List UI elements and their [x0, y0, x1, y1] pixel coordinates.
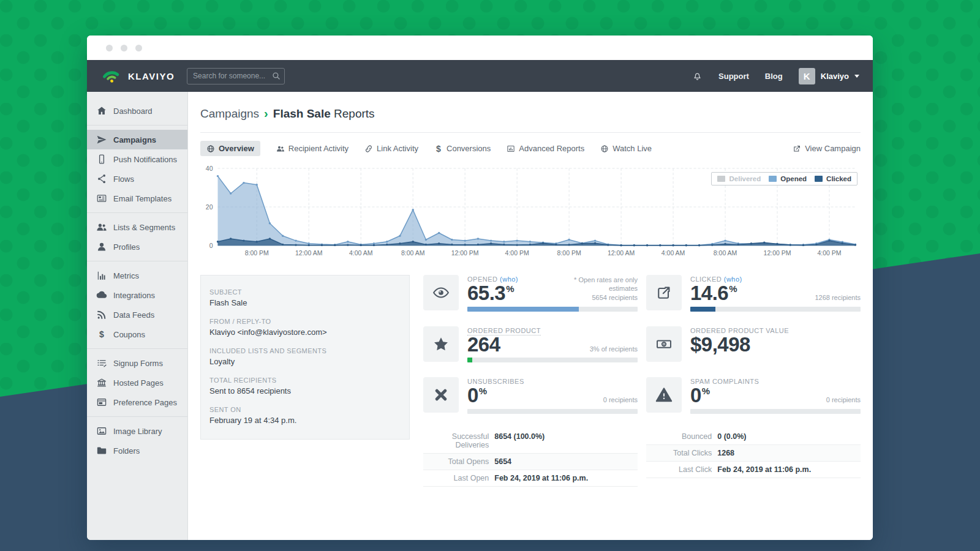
breadcrumb: Campaigns › Flash Sale Reports	[200, 92, 861, 133]
globe-icon	[600, 144, 609, 153]
table-row: Bounced 0 (0.0%)	[646, 429, 861, 445]
view-campaign-link[interactable]: View Campaign	[793, 144, 861, 153]
sidebar-item-label: Profiles	[113, 242, 140, 252]
tab-label: Overview	[219, 144, 254, 153]
notifications-bell-icon[interactable]	[692, 71, 703, 81]
search-input[interactable]	[187, 68, 285, 84]
sidebar-item-label: Folders	[113, 446, 140, 455]
image-icon	[96, 425, 107, 437]
info-lists-segments: INCLUDED LISTS AND SEGMENTS Loyalty	[209, 347, 401, 366]
folder-icon	[96, 445, 107, 456]
dollar-icon: $	[434, 144, 443, 153]
info-from-reply-to: FROM / REPLY-TO Klaviyo <info@klaviyosto…	[209, 318, 401, 337]
stat-card-unsubscribes: UNSUBSCRIBES 0% 0 recipients	[423, 377, 638, 414]
sidebar-item-push-notifications[interactable]: Push Notifications	[87, 149, 187, 169]
svg-text:4:00 AM: 4:00 AM	[349, 249, 373, 257]
newspaper-icon	[96, 193, 107, 204]
svg-text:40: 40	[206, 165, 213, 172]
window-control-dot[interactable]	[135, 45, 142, 51]
svg-text:0: 0	[209, 242, 213, 249]
stat-recipients: 0 recipients	[603, 396, 638, 403]
summary-value: Feb 24, 2019 at 11:06 p.m.	[494, 474, 588, 482]
sidebar-item-flows[interactable]: Flows	[87, 169, 187, 189]
page-type-label: Reports	[334, 107, 375, 120]
svg-text:8:00 AM: 8:00 AM	[401, 249, 425, 257]
external-link-icon	[646, 275, 682, 310]
view-campaign-label: View Campaign	[805, 144, 861, 153]
sidebar-item-data-feeds[interactable]: Data Feeds	[87, 305, 187, 324]
table-row: Last Click Feb 24, 2019 at 11:06 p.m.	[646, 462, 861, 478]
sidebar-item-campaigns[interactable]: Campaigns	[87, 130, 187, 149]
nav-link-support[interactable]: Support	[718, 72, 749, 81]
account-menu[interactable]: K Klaviyo	[799, 68, 859, 84]
legend-label: Clicked	[826, 175, 851, 182]
info-value: Loyalty	[209, 357, 401, 366]
sidebar-item-email-templates[interactable]: Email Templates	[87, 189, 187, 208]
window-control-dot[interactable]	[121, 45, 127, 51]
info-total-recipients: TOTAL RECIPIENTS Sent to 8654 recipients	[209, 377, 401, 395]
tab-link-activity[interactable]: Link Activity	[364, 144, 418, 153]
sidebar-item-preference-pages[interactable]: Preference Pages	[87, 392, 187, 412]
tab-conversions[interactable]: $ Conversions	[434, 144, 491, 153]
tab-label: Advanced Reports	[519, 144, 584, 153]
paper-plane-icon	[96, 134, 107, 145]
svg-text:4:00 PM: 4:00 PM	[505, 249, 529, 257]
legend-swatch-delivered	[717, 176, 725, 182]
nav-link-blog[interactable]: Blog	[765, 72, 783, 81]
klaviyo-brand[interactable]: KLAVIYO	[100, 67, 175, 86]
legend-label: Opened	[780, 175, 807, 182]
user-icon	[96, 241, 107, 252]
main-content: Campaigns › Flash Sale Reports Overview	[188, 92, 873, 540]
sidebar-item-label: Integrations	[113, 291, 155, 300]
flow-nodes-icon	[96, 173, 107, 184]
info-label: TOTAL RECIPIENTS	[209, 377, 401, 384]
mobile-phone-icon	[96, 154, 107, 165]
summary-value: 0 (0.0%)	[717, 432, 746, 441]
table-row: Total Opens 5654	[423, 454, 638, 470]
sidebar-item-lists-segments[interactable]: Lists & Segments	[87, 217, 187, 237]
summary-left-table: Successful Deliveries 8654 (100.0%) Tota…	[423, 429, 638, 487]
brand-name: KLAVIYO	[128, 71, 175, 81]
legend-label: Delivered	[729, 175, 761, 182]
chart-box-icon	[507, 144, 515, 153]
window-control-dot[interactable]	[106, 45, 113, 51]
link-icon	[364, 144, 373, 153]
sidebar-item-hosted-pages[interactable]: Hosted Pages	[87, 373, 187, 392]
chevron-right-icon: ›	[264, 107, 268, 121]
search-icon[interactable]	[272, 72, 281, 83]
window-titlebar	[87, 36, 873, 60]
global-search	[187, 68, 285, 84]
info-value: February 19 at 4:34 p.m.	[209, 416, 401, 425]
tab-overview[interactable]: Overview	[200, 141, 260, 156]
tab-recipient-activity[interactable]: Recipient Activity	[276, 144, 349, 153]
tab-label: Watch Live	[612, 144, 652, 153]
tab-watch-live[interactable]: Watch Live	[600, 144, 652, 153]
svg-text:20: 20	[206, 203, 213, 211]
navbar-right: Support Blog K Klaviyo	[692, 68, 859, 84]
legend-swatch-opened	[769, 176, 777, 182]
stat-card-ordered-product-value: ORDERED PRODUCT VALUE $9,498	[646, 326, 861, 363]
stat-label: SPAM COMPLAINTS	[690, 378, 861, 385]
sidebar-nav: Dashboard Campaigns Push Notific	[87, 92, 188, 540]
legend-delivered[interactable]: Delivered	[717, 175, 761, 182]
sidebar-item-label: Email Templates	[113, 194, 172, 203]
sidebar-item-label: Metrics	[113, 271, 139, 280]
sidebar-item-coupons[interactable]: $ Coupons	[87, 324, 187, 344]
eye-icon	[423, 275, 459, 310]
sidebar-item-label: Dashboard	[113, 107, 153, 116]
sidebar-item-dashboard[interactable]: Dashboard	[87, 101, 187, 121]
sidebar-item-integrations[interactable]: Integrations	[87, 285, 187, 305]
summary-label: Successful Deliveries	[423, 432, 494, 449]
legend-clicked[interactable]: Clicked	[815, 175, 851, 182]
sidebar-item-signup-forms[interactable]: Signup Forms	[87, 353, 187, 373]
sidebar-item-metrics[interactable]: Metrics	[87, 266, 187, 285]
sidebar-item-folders[interactable]: Folders	[87, 441, 187, 460]
breadcrumb-campaigns-link[interactable]: Campaigns	[200, 107, 259, 121]
chevron-down-icon	[854, 75, 859, 78]
svg-text:12:00 PM: 12:00 PM	[451, 249, 479, 257]
sidebar-item-profiles[interactable]: Profiles	[87, 237, 187, 257]
stat-card-spam-complaints: SPAM COMPLAINTS 0% 0 recipients	[646, 377, 861, 414]
sidebar-item-image-library[interactable]: Image Library	[87, 421, 187, 441]
legend-opened[interactable]: Opened	[769, 175, 807, 182]
tab-advanced-reports[interactable]: Advanced Reports	[507, 144, 584, 153]
